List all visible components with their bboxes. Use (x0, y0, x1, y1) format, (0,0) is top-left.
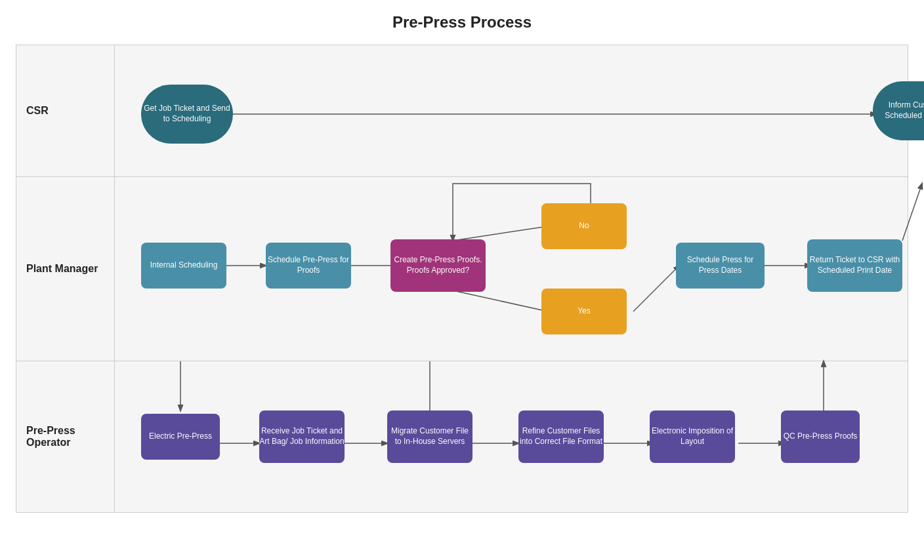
node-electric-prepress: Electric Pre-Press (141, 414, 220, 460)
lane-label-plant: Plant Manager (16, 177, 115, 361)
lane-content-prepress: Electric Pre-Press Receive Job Ticket an… (115, 361, 908, 512)
node-get-job-ticket: Get Job Ticket and Send to Scheduling (141, 85, 233, 144)
arrows-plant (115, 177, 908, 361)
svg-line-3 (453, 226, 548, 241)
node-schedule-press: Schedule Press for Press Dates (676, 243, 765, 289)
lane-content-plant: Internal Scheduling Schedule Pre-Press f… (115, 177, 908, 361)
page-title: Pre-Press Process (13, 13, 911, 31)
node-return-ticket: Return Ticket to CSR with Scheduled Prin… (807, 239, 902, 292)
node-internal-scheduling: Internal Scheduling (141, 243, 226, 289)
node-qc-proofs: QC Pre-Press Proofs (781, 410, 860, 463)
lane-label-prepress: Pre-Press Operator (16, 361, 115, 512)
node-inform-customer: Inform Customer of Scheduled Print Date (873, 81, 924, 140)
node-refine-files: Refine Customer Files into Correct File … (518, 410, 604, 463)
node-electronic-imposition: Electronic Imposition of Layout (650, 410, 735, 463)
lane-label-csr: CSR (16, 45, 115, 176)
lane-plant: Plant Manager (16, 177, 908, 361)
arrows-csr (115, 45, 908, 176)
node-yes: Yes (541, 289, 627, 334)
node-create-proofs: Create Pre-Press Proofs. Proofs Approved… (390, 239, 486, 292)
node-migrate-file: Migrate Customer File to In-House Server… (387, 410, 472, 463)
lane-csr: CSR Get Job Ticket and Send to Schedulin… (16, 45, 908, 177)
lane-prepress: Pre-Press Operator (16, 361, 908, 512)
node-no: No (541, 203, 627, 249)
lane-content-csr: Get Job Ticket and Send to Scheduling In… (115, 45, 908, 176)
svg-line-7 (902, 184, 922, 241)
node-receive-job-ticket: Receive Job Ticket and Art Bag/ Job Info… (259, 410, 345, 463)
diagram-container: CSR Get Job Ticket and Send to Schedulin… (16, 45, 908, 513)
node-schedule-prepress: Schedule Pre-Press for Proofs (266, 243, 351, 289)
svg-line-5 (633, 266, 679, 311)
svg-line-4 (453, 290, 548, 311)
